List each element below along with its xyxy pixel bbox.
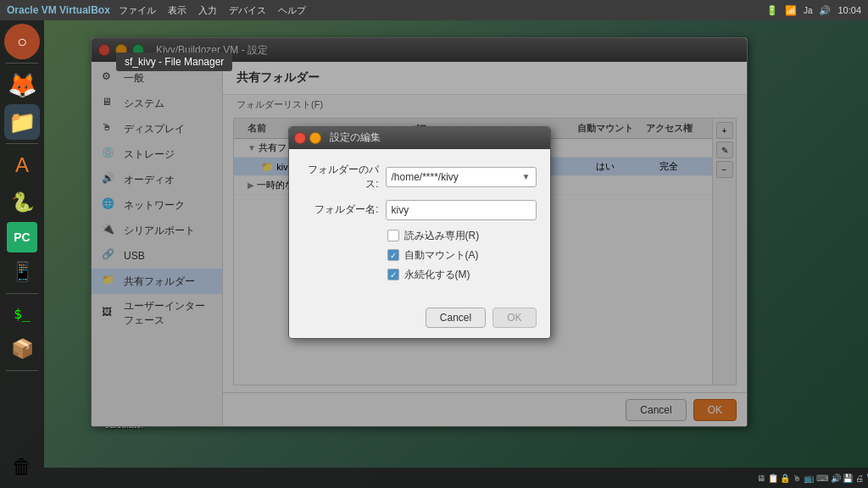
settings-dialog: 設定の編集 フォルダーのパス: /home/****/kivy ▼ (288, 126, 551, 339)
dock: ○ 🦊 📁 A 🐍 PC 📱 $_ 📦 (0, 20, 44, 488)
dock-separator2 (6, 143, 38, 144)
dialog-footer: Cancel OK (289, 301, 550, 338)
dialog-ok-button[interactable]: OK (492, 308, 536, 328)
vm-logo: Oracle VM VirtualBox (7, 4, 110, 16)
terminal-dock-icon[interactable]: $_ (6, 297, 38, 330)
folder-name-label: フォルダー名: (303, 202, 379, 217)
topbar-menu-item[interactable]: ファイル (115, 4, 159, 17)
sound-icon: 🔊 (819, 5, 831, 16)
app-icon-4[interactable]: 📱 (4, 254, 40, 290)
dock-separator3 (6, 293, 38, 294)
dialog-overlay: 設定の編集 フォルダーのパス: /home/****/kivy ▼ (92, 38, 747, 426)
system-topbar: Oracle VM VirtualBox ファイル 表示 入力 デバイス ヘルプ… (0, 0, 868, 20)
dialog-title: 設定の編集 (330, 130, 381, 145)
persistent-row: 永続化する(M) (303, 268, 537, 282)
automount-label: 自動マウント(A) (404, 248, 479, 263)
readonly-row: 読み込み専用(R) (303, 229, 537, 243)
dialog-cancel-button[interactable]: Cancel (426, 308, 486, 328)
dialog-min-button[interactable] (309, 132, 321, 144)
bluetooth-icon: Ja (804, 6, 813, 15)
folder-name-row: フォルダー名: kivy (303, 200, 537, 220)
dialog-body: フォルダーのパス: /home/****/kivy ▼ フォルダー名: kivy (289, 149, 550, 301)
readonly-checkbox[interactable] (387, 230, 399, 241)
topbar-menu-item[interactable]: デバイス (225, 4, 270, 17)
folder-path-input[interactable]: /home/****/kivy ▼ (386, 167, 537, 187)
folder-path-row: フォルダーのパス: /home/****/kivy ▼ (303, 163, 537, 191)
desktop: ○ 🦊 📁 A 🐍 PC 📱 $_ 📦 (0, 20, 868, 488)
topbar-menu-item[interactable]: ヘルプ (275, 4, 309, 17)
dialog-titlebar: 設定の編集 (289, 127, 550, 149)
topbar-left: Oracle VM VirtualBox ファイル 表示 入力 デバイス ヘルプ (7, 4, 309, 17)
battery-icon: 🔋 (766, 5, 778, 16)
automount-checkbox[interactable] (387, 249, 399, 261)
statusbar: 🖥 📋 🔒 🖱 📺 ⌨ 🔊 💾 🖨 📡 右Ctrl (44, 468, 868, 488)
filemanager-dock-icon[interactable]: 📁 (4, 104, 40, 140)
statusbar-icons: 🖥 📋 🔒 🖱 📺 ⌨ 🔊 💾 🖨 📡 (757, 474, 868, 483)
firefox-dock-icon[interactable]: 🦊 (4, 67, 40, 103)
app-icon-1[interactable]: A (4, 147, 40, 183)
readonly-label: 読み込み専用(R) (404, 229, 480, 243)
wifi-icon: 📶 (785, 5, 797, 16)
topbar-menu-item[interactable]: 表示 (164, 4, 190, 17)
folder-path-value: /home/****/kivy (392, 171, 522, 183)
topbar-menu-item[interactable]: 入力 (195, 4, 220, 17)
clock: 10:04 (837, 5, 861, 15)
folder-name-value: kivy (392, 204, 531, 216)
dropdown-arrow[interactable]: ▼ (522, 172, 531, 181)
automount-row: 自動マウント(A) (303, 248, 537, 263)
dock-separator (6, 63, 38, 64)
ubuntu-logo[interactable]: ○ (4, 24, 40, 59)
trash-dock-icon[interactable]: 🗑 (4, 449, 40, 485)
app-icon-2[interactable]: 🐍 (4, 185, 40, 220)
folder-name-input[interactable]: kivy (386, 200, 537, 220)
topbar-right: 🔋 📶 Ja 🔊 10:04 (766, 5, 861, 16)
persistent-label: 永続化する(M) (404, 268, 470, 282)
main-window: Kivy/Buildozer VM - 設定 ⚙ 一般 🖥 システム 🖱 (91, 37, 748, 427)
dialog-close-button[interactable] (294, 132, 306, 144)
desktop-area: 🗑 Trash 💾 File System 🏠 Home 📱 Buildozer (44, 20, 868, 488)
dock-separator4 (6, 370, 38, 371)
app-icon-3[interactable]: PC (7, 222, 37, 252)
folder-path-label: フォルダーのパス: (303, 163, 379, 191)
taskbar-tooltip: sf_kivy - File Manager (116, 53, 232, 71)
persistent-checkbox[interactable] (387, 269, 399, 280)
virtualbox-dock-icon[interactable]: 📦 (4, 331, 40, 367)
